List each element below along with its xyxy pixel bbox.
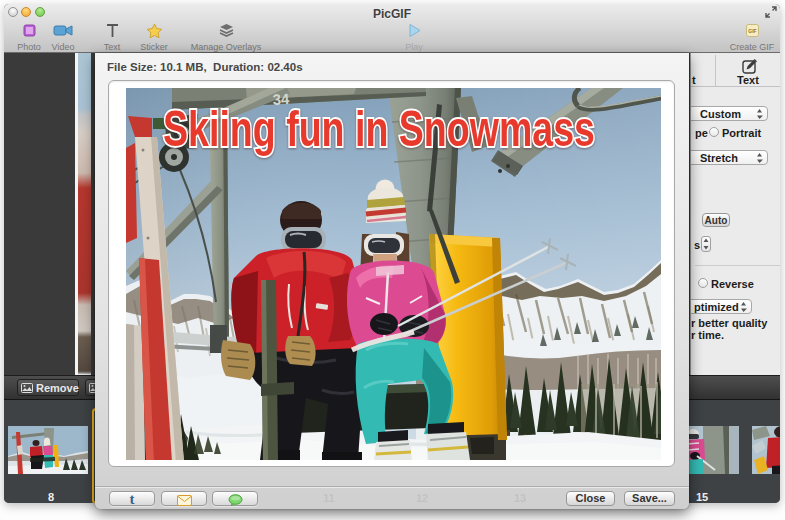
svg-text:GIF: GIF xyxy=(748,28,756,34)
svg-text:Skiing fun in Snowmass: Skiing fun in Snowmass xyxy=(163,101,595,157)
